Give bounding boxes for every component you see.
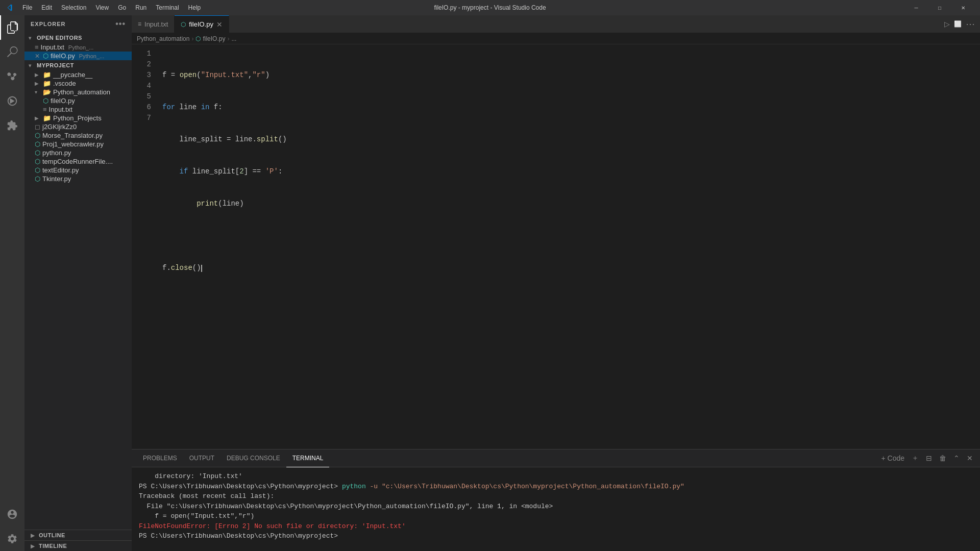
file-tkinter[interactable]: ⬡ Tkinter.py xyxy=(24,174,132,183)
folder-python-automation[interactable]: ▾ 📂 Python_automation xyxy=(24,88,132,96)
menu-help[interactable]: Help xyxy=(184,3,205,12)
py-icon: ⬡ xyxy=(35,140,40,148)
tab-close-button[interactable]: ✕ xyxy=(216,20,223,29)
kill-terminal-button[interactable]: 🗑 xyxy=(937,453,948,463)
file-python-py[interactable]: ⬡ python.py xyxy=(24,148,132,157)
file-input-txt[interactable]: ≡ Input.txt xyxy=(24,105,132,114)
folder-python-projects-name: Python_Projects xyxy=(53,114,102,122)
sidebar-timeline-section: ▶ TIMELINE xyxy=(24,540,132,551)
folder-pycache-name: __pycache__ xyxy=(53,71,92,79)
activity-extensions[interactable] xyxy=(0,113,24,138)
breadcrumb-more[interactable]: ... xyxy=(231,35,236,42)
breadcrumb-automation[interactable]: Python_automation xyxy=(137,35,189,42)
term-line-6: PS C:\Users\Tribhuwan\Desktop\cs\Python\… xyxy=(139,531,973,541)
panel-tab-debug[interactable]: DEBUG CONSOLE xyxy=(220,449,286,467)
titlebar-left: File Edit Selection View Go Run Terminal… xyxy=(5,3,205,12)
term-line-0: directory: 'Input.txt' xyxy=(139,471,973,482)
menu-terminal[interactable]: Terminal xyxy=(152,3,183,12)
folder-vscode-name: .vscode xyxy=(53,80,76,87)
tab-input-label: Input.txt xyxy=(144,20,168,28)
activity-source-control[interactable] xyxy=(0,64,24,89)
menu-go[interactable]: Go xyxy=(114,3,130,12)
menu-edit[interactable]: Edit xyxy=(37,3,56,12)
code-line-5: print(line) xyxy=(162,198,973,209)
terminal[interactable]: directory: 'Input.txt' PS C:\Users\Tribh… xyxy=(132,467,980,551)
file-input-name: Input.txt xyxy=(49,106,72,113)
code-content[interactable]: f = open("Input.txt","r") for line in f:… xyxy=(157,44,973,449)
menu-file[interactable]: File xyxy=(18,3,36,12)
window-title: fileIO.py - myproject - Visual Studio Co… xyxy=(434,4,546,11)
open-editor-fileio-path: Python_... xyxy=(79,53,105,59)
close-panel-button[interactable]: ✕ xyxy=(965,453,975,463)
editor-toolbar: ▷ ⬜ ⋯ xyxy=(939,15,980,33)
file-temp[interactable]: ⬡ tempCodeRunnerFile.... xyxy=(24,157,132,166)
activity-search[interactable] xyxy=(0,40,24,64)
activity-explorer[interactable] xyxy=(0,15,24,40)
file-proj1[interactable]: ⬡ Proj1_webcrawler.py xyxy=(24,140,132,148)
open-editors-header[interactable]: ▾ OPEN EDITORS xyxy=(24,33,132,43)
folder-vscode[interactable]: ▶ 📁 .vscode xyxy=(24,79,132,88)
file-texteditor[interactable]: ⬡ textEditor.py xyxy=(24,166,132,174)
panel-tab-output[interactable]: OUTPUT xyxy=(183,449,220,467)
maximize-panel-button[interactable]: ⌃ xyxy=(951,453,962,463)
timeline-label: TIMELINE xyxy=(39,543,67,549)
more-actions-button[interactable]: ⋯ xyxy=(966,18,975,30)
folder-python-projects[interactable]: ▶ 📁 Python_Projects xyxy=(24,114,132,122)
file-j2gkl-name: j2GKljrkZz0 xyxy=(42,123,77,131)
code-line-1: f = open("Input.txt","r") xyxy=(162,70,973,81)
open-editor-input-txt[interactable]: ≡ Input.txt Python_... xyxy=(24,43,132,52)
term-line-4: f = open("Input.txt","r") xyxy=(139,511,973,521)
activity-account[interactable] xyxy=(0,502,24,527)
py-icon: ⬡ xyxy=(35,149,40,157)
term-line-1: PS C:\Users\Tribhuwan\Desktop\cs\Python\… xyxy=(139,482,973,492)
open-editors-label: OPEN EDITORS xyxy=(37,35,82,41)
folder-icon: 📁 xyxy=(43,80,51,87)
term-line-2: Traceback (most recent call last): xyxy=(139,491,973,502)
open-editors-chevron: ▾ xyxy=(29,35,35,41)
window-controls: ─ □ ✕ xyxy=(904,0,975,15)
breadcrumb-py-icon: ⬡ xyxy=(195,35,201,42)
run-button[interactable]: ▷ xyxy=(944,20,950,28)
right-scrollbar[interactable] xyxy=(973,44,980,449)
myproject-header[interactable]: ▾ MYPROJECT xyxy=(24,60,132,70)
panel-tab-terminal[interactable]: TERMINAL xyxy=(286,449,330,467)
terminal-label: + Code xyxy=(879,453,906,463)
breadcrumb-file[interactable]: ⬡ fileIO.py xyxy=(195,35,225,42)
activity-settings[interactable] xyxy=(0,527,24,551)
close-button[interactable]: ✕ xyxy=(951,0,975,15)
file-morse[interactable]: ⬡ Morse_Translator.py xyxy=(24,131,132,140)
txt-icon: ≡ xyxy=(35,43,39,51)
tab-fileio-label: fileIO.py xyxy=(189,20,213,28)
maximize-button[interactable]: □ xyxy=(928,0,951,15)
file-texteditor-name: textEditor.py xyxy=(42,166,79,174)
folder-pycache[interactable]: ▶ 📁 __pycache__ xyxy=(24,70,132,79)
sidebar-header: Explorer ••• xyxy=(24,15,132,33)
split-editor-button[interactable]: ⬜ xyxy=(954,20,962,28)
sidebar-more-button[interactable]: ••• xyxy=(115,19,126,29)
file-fileio-py[interactable]: ⬡ fileIO.py xyxy=(24,96,132,105)
open-editor-fileio-py[interactable]: ✕ ⬡ fileIO.py Python_... xyxy=(24,52,132,60)
tab-input-txt[interactable]: ≡ Input.txt xyxy=(132,15,175,33)
code-editor[interactable]: 1 2 3 4 5 6 7 f = open("Input.txt","r") … xyxy=(132,44,980,449)
editor-area: ≡ Input.txt ⬡ fileIO.py ✕ ▷ ⬜ ⋯ Python_a… xyxy=(132,15,980,551)
timeline-header[interactable]: ▶ TIMELINE xyxy=(24,541,132,551)
minimize-button[interactable]: ─ xyxy=(904,0,928,15)
menu-view[interactable]: View xyxy=(91,3,113,12)
file-icon: ◻ xyxy=(35,123,40,131)
close-fileio-icon[interactable]: ✕ xyxy=(35,53,40,60)
file-j2gkl[interactable]: ◻ j2GKljrkZz0 xyxy=(24,122,132,131)
panel-tab-problems[interactable]: PROBLEMS xyxy=(137,449,183,467)
breadcrumb-sep2: › xyxy=(227,35,229,42)
outline-header[interactable]: ▶ OUTLINE xyxy=(24,530,132,540)
py-icon: ⬡ xyxy=(43,97,48,105)
py-icon: ⬡ xyxy=(35,158,40,165)
menu-selection[interactable]: Selection xyxy=(57,3,90,12)
split-terminal-button[interactable]: ⊟ xyxy=(924,453,934,463)
new-terminal-button[interactable]: ＋ xyxy=(910,453,921,464)
file-tree: ▾ OPEN EDITORS ≡ Input.txt Python_... ✕ … xyxy=(24,33,132,530)
activity-run[interactable] xyxy=(0,89,24,113)
tab-bar: ≡ Input.txt ⬡ fileIO.py ✕ ▷ ⬜ ⋯ xyxy=(132,15,980,33)
myproject-label: MYPROJECT xyxy=(37,62,74,68)
tab-fileio-py[interactable]: ⬡ fileIO.py ✕ xyxy=(175,15,229,33)
menu-run[interactable]: Run xyxy=(131,3,151,12)
